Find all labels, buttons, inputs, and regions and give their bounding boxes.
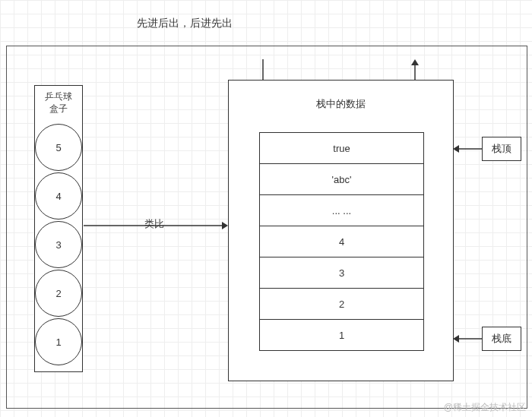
ball-item: 1 [35,318,82,365]
stack-cell: 2 [260,288,423,319]
ball-item: 5 [35,124,82,171]
analogy-arrow-icon [84,225,224,226]
ball-item: 4 [35,172,82,220]
stack-bottom-label: 栈底 [482,327,521,351]
ball-box: 乒乓球盒子 5 4 3 2 1 [34,85,83,372]
ball-box-title: 乒乓球盒子 [35,86,82,115]
ball-list: 5 4 3 2 1 [35,122,82,367]
stack-cell: 3 [260,257,423,288]
svg-marker-9 [453,335,459,343]
watermark: @稀土掘金技术社区 [444,401,526,414]
stack-cell: true [260,133,423,163]
stack-title: 栈中的数据 [229,97,453,111]
ball-item: 2 [35,270,82,317]
stack-cell: 'abc' [260,163,423,194]
svg-marker-5 [411,59,419,65]
ball-item: 3 [35,221,82,268]
stack-panel: 栈中的数据 true 'abc' ... ... 4 3 2 1 [228,80,454,381]
diagram-title: 先进后出，后进先出 [137,17,233,30]
stack-cell: 4 [260,226,423,257]
svg-marker-7 [453,145,459,153]
svg-marker-1 [222,222,228,229]
stack-table: true 'abc' ... ... 4 3 2 1 [259,132,424,351]
stack-cell: 1 [260,319,423,350]
stack-top-label: 栈顶 [482,137,521,161]
bottom-arrow-icon [453,334,482,346]
top-arrow-icon [453,144,482,156]
stack-cell: ... ... [260,194,423,226]
